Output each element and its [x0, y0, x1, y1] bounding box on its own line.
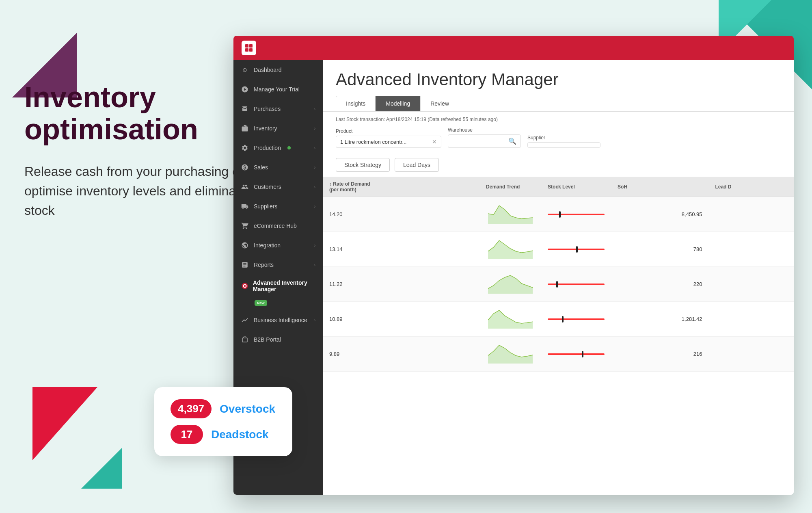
sales-icon	[241, 163, 249, 171]
content-header: Advanced Inventory Manager Insights Mode…	[323, 60, 794, 112]
purchases-arrow: ›	[314, 107, 315, 111]
cell-soh: 780	[611, 232, 708, 267]
action-bar: Stock Strategy Lead Days	[323, 153, 794, 177]
warehouse-filter-group: Warehouse 🔍	[448, 127, 521, 148]
production-arrow: ›	[314, 146, 315, 150]
logo-icon	[244, 43, 254, 53]
sales-arrow: ›	[314, 165, 315, 170]
sidebar-label-ecommerce: eCommerce Hub	[254, 223, 297, 229]
overstock-badge: 4,397	[171, 399, 212, 418]
cell-trend	[479, 267, 541, 302]
aim-row: Advanced Inventory Manager	[241, 279, 315, 292]
sidebar-item-dashboard[interactable]: ⊙ Dashboard	[233, 60, 323, 80]
col-rate[interactable]: ↕ Rate of Demand(per month)	[323, 177, 479, 197]
lead-days-button[interactable]: Lead Days	[395, 158, 439, 172]
stock-bar-track	[548, 353, 605, 355]
overstock-row: 4,397 Overstock	[171, 399, 276, 418]
sidebar-item-b2b[interactable]: B2B Portal	[233, 330, 323, 349]
sidebar-item-ecommerce[interactable]: eCommerce Hub	[233, 216, 323, 236]
sidebar-label-integration: Integration	[254, 242, 281, 249]
svg-marker-8	[488, 240, 533, 259]
tab-modelling[interactable]: Modelling	[376, 96, 420, 111]
ecommerce-icon	[241, 222, 249, 230]
table-row: 11.22 220	[323, 267, 794, 302]
bg-deco-teal-small	[81, 448, 122, 489]
stock-bar-marker	[562, 316, 564, 323]
sidebar-item-purchases[interactable]: Purchases ›	[233, 99, 323, 119]
suppliers-arrow: ›	[314, 204, 315, 209]
customers-arrow: ›	[314, 185, 315, 189]
sidebar-item-reports[interactable]: Reports ›	[233, 255, 323, 275]
stock-bar	[548, 280, 605, 288]
bi-icon	[241, 316, 249, 324]
stock-strategy-button[interactable]: Stock Strategy	[336, 158, 390, 172]
col-lead[interactable]: Lead D	[708, 177, 794, 197]
sidebar-item-aim[interactable]: Advanced Inventory Manager New	[233, 275, 323, 310]
sidebar-label-bi: Business Intelligence	[254, 317, 307, 323]
sidebar-item-sales[interactable]: Sales ›	[233, 158, 323, 177]
manage-trial-icon	[241, 85, 249, 93]
filter-bar: Last Stock transaction: Apr/18/2024 15:1…	[323, 112, 794, 153]
main-content: Advanced Inventory Manager Insights Mode…	[323, 60, 794, 495]
svg-marker-7	[488, 206, 533, 224]
table-body: 14.20 8,450.9513.14 78011.22 22010.89 1,…	[323, 197, 794, 372]
cell-rate: 14.20	[323, 197, 479, 232]
b2b-icon	[241, 336, 249, 344]
sidebar-item-manage-trial[interactable]: Manage Your Trial	[233, 80, 323, 99]
cell-rate: 11.22	[323, 267, 479, 302]
sidebar-item-production[interactable]: Production ›	[233, 138, 323, 158]
stock-bar-marker	[576, 246, 578, 253]
sidebar-item-suppliers[interactable]: Suppliers ›	[233, 197, 323, 216]
stock-bar-track	[548, 249, 605, 250]
svg-rect-0	[245, 44, 248, 48]
sidebar-label-inventory: Inventory	[254, 125, 277, 132]
inventory-arrow: ›	[314, 126, 315, 131]
supplier-filter-input[interactable]	[527, 142, 600, 148]
stock-bar-track	[548, 214, 605, 215]
sidebar-label-aim: Advanced Inventory Manager	[253, 279, 315, 292]
floating-stats-card: 4,397 Overstock 17 Deadstock	[154, 387, 292, 456]
col-trend[interactable]: Demand Trend	[479, 177, 541, 197]
last-stock-info: Last Stock transaction: Apr/18/2024 15:1…	[336, 117, 781, 122]
product-filter-label: Product	[336, 128, 441, 134]
warehouse-search-button[interactable]: 🔍	[508, 137, 516, 145]
table-container: ↕ Rate of Demand(per month) Demand Trend…	[323, 177, 794, 495]
col-stock[interactable]: Stock Level	[541, 177, 611, 197]
stock-bar-marker	[556, 281, 558, 288]
cell-lead	[708, 197, 794, 232]
supplier-filter-group: Supplier	[527, 135, 600, 148]
dashboard-icon: ⊙	[241, 66, 249, 74]
integration-arrow: ›	[314, 243, 315, 248]
page-title: Advanced Inventory Manager	[336, 70, 781, 89]
data-table: ↕ Rate of Demand(per month) Demand Trend…	[323, 177, 794, 372]
sidebar-item-bi[interactable]: Business Intelligence ›	[233, 310, 323, 330]
cell-rate: 9.89	[323, 337, 479, 372]
cell-soh: 1,281.42	[611, 302, 708, 337]
sort-icon: ↕	[329, 181, 333, 187]
svg-rect-3	[249, 48, 253, 52]
col-soh[interactable]: SoH	[611, 177, 708, 197]
warehouse-filter-input[interactable]: 🔍	[448, 134, 521, 148]
supplier-filter-label: Supplier	[527, 135, 600, 141]
purchases-icon	[241, 105, 249, 113]
deadstock-badge: 17	[171, 425, 203, 444]
cell-trend	[479, 302, 541, 337]
stock-bar-track	[548, 318, 605, 320]
product-filter-value: 1 Litre rockmelon concentr...	[340, 139, 406, 145]
tab-review[interactable]: Review	[420, 96, 459, 111]
sidebar-item-inventory[interactable]: Inventory ›	[233, 119, 323, 138]
product-filter-clear[interactable]: ✕	[432, 139, 437, 145]
reports-icon	[241, 261, 249, 269]
stock-bar	[548, 210, 605, 219]
sidebar-item-customers[interactable]: Customers ›	[233, 177, 323, 197]
cell-soh: 8,450.95	[611, 197, 708, 232]
sidebar-item-integration[interactable]: Integration ›	[233, 236, 323, 255]
product-filter-input[interactable]: 1 Litre rockmelon concentr... ✕	[336, 136, 441, 148]
stock-bar	[548, 315, 605, 323]
stock-bar-track	[548, 284, 605, 285]
tab-insights[interactable]: Insights	[336, 96, 376, 111]
deadstock-row: 17 Deadstock	[171, 425, 276, 444]
stock-bar	[548, 245, 605, 253]
stock-bar	[548, 350, 605, 358]
table-row: 10.89 1,281.42	[323, 302, 794, 337]
